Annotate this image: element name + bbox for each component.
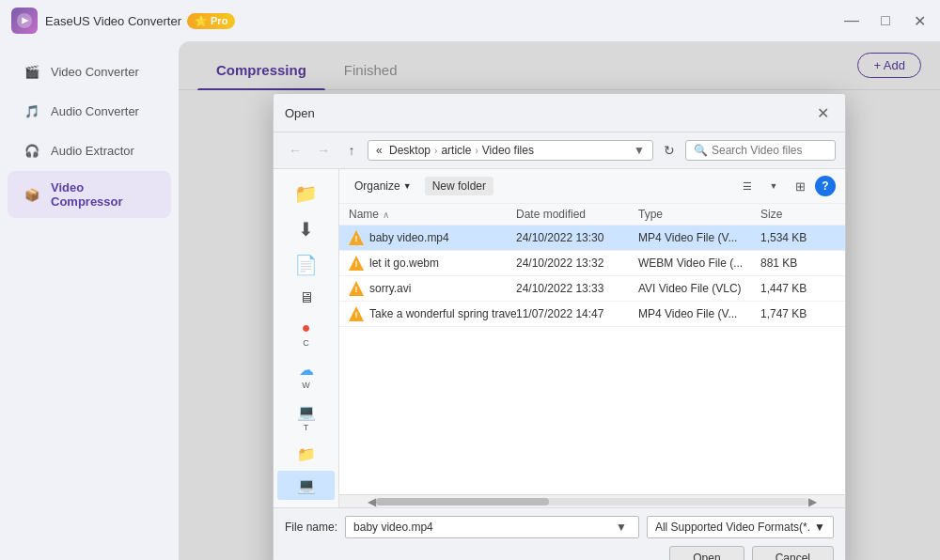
file-size-cell: 881 KB — [760, 257, 836, 270]
blue-folder-icon: 💻 — [297, 476, 316, 494]
breadcrumb-sep1: › — [434, 146, 437, 156]
view-controls: ☰ ▼ ⊞ ? — [736, 175, 836, 197]
nav-folder-t[interactable]: 💻 T — [277, 397, 335, 438]
folder-icon: 📁 — [294, 182, 318, 205]
sidebar-item-video-converter[interactable]: 🎬 Video Converter — [8, 53, 171, 90]
file-row[interactable]: baby video.mp4 24/10/2022 13:30 MP4 Vide… — [339, 226, 845, 251]
dialog-titlebar: Open ✕ — [274, 94, 845, 132]
nav-folder-item[interactable]: 📁 — [277, 177, 335, 210]
file-size-cell: 1,747 KB — [760, 307, 836, 320]
help-button[interactable]: ? — [815, 176, 836, 196]
sidebar-item-video-compressor[interactable]: 📦 Video Compressor — [8, 171, 171, 218]
sidebar-item-audio-converter[interactable]: 🎵 Audio Converter — [8, 92, 171, 130]
cloud-label: W — [302, 381, 310, 390]
scrollbar-thumb[interactable] — [376, 498, 549, 506]
nav-folder-cloud[interactable]: ☁ W — [277, 355, 335, 396]
minimize-button[interactable]: — — [842, 11, 861, 30]
sidebar-item-label: Video Converter — [51, 65, 139, 79]
view-dropdown-button[interactable]: ▼ — [762, 175, 785, 197]
app-logo — [11, 8, 38, 34]
nav-folder-desktop[interactable]: 🖥 — [277, 284, 335, 312]
file-list-header: Name ∧ Date modified Type Size — [339, 204, 845, 226]
dialog-overlay: Open ✕ ← → ↑ « Desktop › article › Video… — [179, 41, 940, 560]
file-date-cell: 11/07/2022 14:47 — [516, 307, 638, 320]
c-label: C — [303, 338, 309, 348]
sidebar-item-label: Audio Converter — [51, 104, 139, 118]
breadcrumb-part1: « — [376, 144, 385, 157]
audio-extractor-icon: 🎧 — [23, 141, 41, 160]
pro-badge: ⭐ Pro — [187, 13, 235, 29]
filename-dropdown-icon[interactable]: ▼ — [616, 521, 631, 534]
nav-folder-docs[interactable]: 📄 — [277, 248, 335, 282]
file-row[interactable]: let it go.webm 24/10/2022 13:32 WEBM Vid… — [339, 251, 845, 276]
organize-dropdown-icon: ▼ — [403, 181, 412, 191]
dialog-close-button[interactable]: ✕ — [811, 101, 834, 124]
breadcrumb-videofiles: Video files — [482, 144, 534, 157]
filetype-select[interactable]: All Supported Video Formats(*. ▼ — [647, 516, 834, 538]
file-name-cell: let it go.webm — [349, 256, 516, 271]
search-icon: 🔍 — [694, 144, 708, 157]
organize-button[interactable]: Organize ▼ — [349, 177, 417, 195]
filetype-dropdown-icon: ▼ — [814, 521, 825, 534]
audio-converter-icon: 🎵 — [23, 101, 41, 120]
search-box[interactable]: 🔍 — [685, 140, 836, 161]
file-list: baby video.mp4 24/10/2022 13:30 MP4 Vide… — [339, 226, 845, 494]
breadcrumb-sep2: › — [475, 146, 478, 156]
view-details-button[interactable]: ☰ — [736, 175, 759, 197]
dialog-left-panel: 📁 ⬇ 📄 🖥 ● C — [274, 169, 339, 507]
app-title: EaseUS Video Converter — [45, 14, 181, 28]
nav-folder-blue[interactable]: 💻 — [277, 471, 335, 500]
file-name-cell: baby video.mp4 — [349, 230, 516, 245]
search-input[interactable] — [712, 144, 827, 157]
c-drive-icon: ● — [302, 319, 311, 336]
view-large-icons-button[interactable]: ⊞ — [789, 175, 811, 197]
breadcrumb[interactable]: « Desktop › article › Video files ▼ — [368, 140, 653, 161]
cancel-button[interactable]: Cancel — [752, 546, 834, 560]
sidebar: 🎬 Video Converter 🎵 Audio Converter 🎧 Au… — [0, 41, 179, 560]
scroll-left-button[interactable]: ◀ — [368, 495, 376, 508]
cloud-icon: ☁ — [299, 361, 314, 379]
col-date[interactable]: Date modified — [516, 208, 638, 221]
horizontal-scrollbar[interactable]: ◀ ▶ — [339, 494, 845, 507]
dialog-main: Organize ▼ New folder ☰ ▼ ⊞ ? — [339, 169, 845, 507]
downloads-icon: ⬇ — [298, 218, 314, 241]
file-type-cell: WEBM Video File (... — [638, 257, 760, 270]
content-area: Compressing Finished + Add Open ✕ ← → ↑ … — [179, 41, 940, 560]
window-controls: — □ ✕ — [842, 11, 929, 30]
scroll-right-button[interactable]: ▶ — [808, 495, 817, 508]
refresh-button[interactable]: ↻ — [657, 138, 682, 163]
maximize-button[interactable]: □ — [876, 11, 895, 30]
warn-icon — [349, 230, 364, 245]
t-label: T — [304, 423, 309, 432]
col-name[interactable]: Name ∧ — [349, 208, 516, 221]
file-date-cell: 24/10/2022 13:30 — [516, 231, 638, 244]
nav-folder-c[interactable]: ● C — [277, 314, 335, 353]
video-compressor-icon: 📦 — [23, 185, 41, 204]
file-row[interactable]: sorry.avi 24/10/2022 13:33 AVI Video Fil… — [339, 276, 845, 302]
back-button[interactable]: ← — [283, 138, 307, 163]
col-type[interactable]: Type — [638, 208, 760, 221]
up-button[interactable]: ↑ — [339, 138, 364, 163]
new-folder-button[interactable]: New folder — [425, 177, 494, 195]
warn-icon — [349, 306, 364, 321]
file-name-cell: Take a wonderful spring travel video wit… — [349, 306, 516, 321]
forward-button[interactable]: → — [311, 138, 336, 163]
sidebar-item-audio-extractor[interactable]: 🎧 Audio Extractor — [8, 132, 171, 169]
nav-folder-doc2[interactable]: 📄 — [277, 502, 335, 507]
file-row[interactable]: Take a wonderful spring travel video wit… — [339, 302, 845, 327]
filename-input[interactable]: baby video.mp4 ▼ — [345, 516, 639, 538]
file-type-cell: AVI Video File (VLC) — [638, 282, 760, 295]
file-type-cell: MP4 Video File (V... — [638, 231, 760, 244]
nav-folder-yellow1[interactable]: 📁 — [277, 440, 335, 469]
close-button[interactable]: ✕ — [910, 11, 929, 30]
breadcrumb-dropdown-icon[interactable]: ▼ — [634, 144, 645, 157]
open-button[interactable]: Open — [669, 546, 744, 560]
col-size[interactable]: Size — [760, 208, 836, 221]
file-date-cell: 24/10/2022 13:33 — [516, 282, 638, 295]
breadcrumb-article: article — [441, 144, 471, 157]
file-name-cell: sorry.avi — [349, 281, 516, 296]
nav-folder-downloads[interactable]: ⬇ — [277, 212, 335, 246]
file-open-dialog: Open ✕ ← → ↑ « Desktop › article › Video… — [273, 93, 846, 560]
warn-icon — [349, 281, 364, 296]
video-converter-icon: 🎬 — [23, 62, 41, 81]
